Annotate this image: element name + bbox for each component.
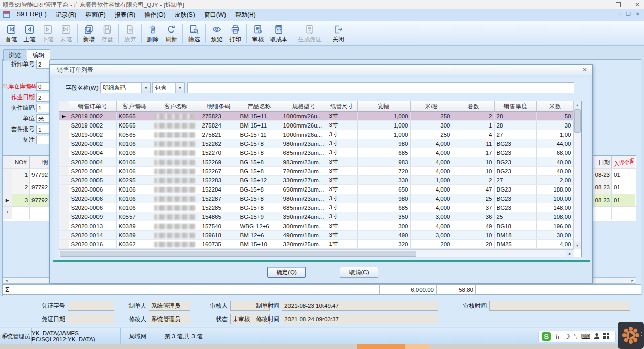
cell-10[interactable]: BG23 (494, 148, 536, 157)
cell-3[interactable]: 157540 (200, 221, 238, 231)
table-row[interactable]: S2020-0002K0106152262BG-15+8980mm/23um..… (59, 139, 573, 148)
cell-2[interactable] (152, 112, 200, 121)
cell-9[interactable]: 10 (453, 157, 494, 167)
cell-10[interactable]: BM25 (494, 240, 536, 249)
cell-10[interactable]: 27 (494, 176, 536, 185)
table-row[interactable]: S2020-0005K0295152283BG-15+12330mm/27um.… (59, 176, 573, 185)
cell-7[interactable]: 1,000 (357, 130, 410, 139)
cell-6[interactable]: 3寸 (327, 212, 357, 221)
cell-11[interactable]: 50 (536, 112, 573, 121)
cell-6[interactable]: 3寸 (327, 203, 357, 212)
cell-7[interactable]: 1,000 (357, 112, 410, 121)
cell-0[interactable]: S2020-0002 (69, 139, 116, 148)
cell-1[interactable]: K0565 (116, 112, 152, 121)
cell-3[interactable]: 152270 (200, 148, 238, 157)
cell-5[interactable]: 720mm/23um... (281, 167, 327, 176)
column-header[interactable]: NO# (12, 156, 30, 168)
cell-10[interactable]: BG23 (494, 157, 536, 167)
cell-8[interactable]: 1,000 (410, 176, 453, 185)
grid-vertical-scrollbar[interactable]: ▲ ▼ (573, 101, 581, 249)
cell-9[interactable]: 36 (453, 212, 494, 221)
cell-6[interactable]: 3寸 (327, 176, 357, 185)
cell-11[interactable]: 40,00 (536, 157, 573, 167)
cell-10[interactable]: 28 (494, 121, 536, 130)
cell-11[interactable]: 2,00 (536, 176, 573, 185)
cell-3[interactable]: 275823 (200, 112, 238, 121)
cell-11[interactable]: 30 (536, 121, 573, 130)
cell-4[interactable]: BG-15+11 (238, 130, 281, 139)
menu-item-7[interactable]: 帮助(H) (231, 9, 261, 21)
cell-1[interactable]: K0106 (116, 185, 152, 194)
cell-7[interactable]: 720 (357, 167, 410, 176)
menu-item-1[interactable]: 记录(R) (51, 9, 81, 21)
cell-warehouse[interactable]: 01 (612, 169, 635, 181)
cell-2[interactable] (152, 231, 200, 240)
table-row[interactable]: ▶S2019-0002K0565275823BM-15+111000mm/26u… (59, 112, 573, 121)
close-icon[interactable]: ✕ (634, 1, 641, 8)
cell-9[interactable]: 10 (453, 231, 494, 240)
cell-5[interactable]: 980mm/23um... (281, 194, 327, 203)
cell-1[interactable]: K0106 (116, 203, 152, 212)
cell-0[interactable]: S2019-0002 (69, 121, 116, 130)
cell-9[interactable]: 1 (453, 121, 494, 130)
cell-6[interactable]: 3寸 (327, 139, 357, 148)
cell-1[interactable]: K0565 (116, 121, 152, 130)
table-row[interactable]: S2020-0009K0557154865BG-15+9350mm/24um..… (59, 212, 573, 221)
cell-0[interactable]: S2020-0004 (69, 148, 116, 157)
cell-4[interactable]: BG-15+8 (238, 139, 281, 148)
cell-2[interactable] (152, 240, 200, 249)
grid-horizontal-scrollbar[interactable]: ► (59, 249, 574, 257)
cell-4[interactable]: BG-15+12 (238, 176, 281, 185)
prev-record-button[interactable]: 上笔 (21, 24, 38, 43)
cell-0[interactable]: S2020-0004 (69, 157, 116, 167)
table-row[interactable]: S2020-0006K0106152287BG-15+8980mm/23um..… (59, 194, 573, 203)
cell-7[interactable]: 650 (357, 185, 410, 194)
cell-2[interactable] (152, 176, 200, 185)
cell-8[interactable]: 4,000 (410, 185, 453, 194)
cell-no[interactable]: 2 (12, 181, 30, 194)
cell-11[interactable]: 4,00 (536, 240, 573, 249)
filter-operator-select[interactable]: 包含 ▼ (152, 82, 185, 93)
cell-4[interactable]: BM-12+6 (238, 231, 281, 240)
column-header-5[interactable]: 规格型号 (281, 101, 327, 112)
cell-1[interactable]: K0565 (116, 130, 152, 139)
dialog-title-bar[interactable]: 销售订单列表 ✕ (50, 65, 592, 75)
cell-2[interactable] (152, 185, 200, 194)
audit-button[interactable]: 审核 (249, 24, 267, 43)
cell-9[interactable]: 17 (453, 148, 494, 157)
scroll-right-icon[interactable]: ► (631, 279, 636, 282)
cell-11[interactable]: 188,00 (536, 185, 573, 194)
mdi-restore-icon[interactable]: ❐ (626, 11, 631, 17)
cell-0[interactable]: S2020-0006 (69, 203, 116, 212)
cell-1[interactable]: K0106 (116, 194, 152, 203)
cell-10[interactable]: BG18 (494, 221, 536, 231)
table-row[interactable]: S2020-0016K0362160735BM-15+10320mm/25um.… (59, 240, 573, 249)
cell-11[interactable]: 108,00 (536, 212, 573, 221)
filter-field-select[interactable]: 明细条码 ▼ (100, 82, 151, 93)
cell-warehouse[interactable] (612, 207, 635, 219)
cell-9[interactable]: 37 (453, 203, 494, 212)
cell-6[interactable]: 3寸 (327, 130, 357, 139)
close-form-button[interactable]: 关闭 (330, 24, 347, 43)
person-icon[interactable] (594, 333, 600, 341)
cell-5[interactable]: 685mm/23um... (281, 203, 327, 212)
cell-5[interactable]: 983mm/23um... (281, 157, 327, 167)
filter-value-input[interactable] (187, 82, 574, 93)
ime-mode-label[interactable]: 五 (554, 332, 561, 341)
cell-4[interactable]: BG-15+8 (238, 157, 281, 167)
cell-1[interactable]: K0106 (116, 139, 152, 148)
cell-no[interactable] (12, 207, 30, 219)
menu-item-4[interactable]: 操作(O) (140, 9, 170, 21)
cell-10[interactable]: BM18 (494, 231, 536, 240)
cell-8[interactable]: 4,000 (410, 203, 453, 212)
grid-icon[interactable] (603, 333, 609, 340)
new-button[interactable]: 新增 (80, 24, 98, 43)
cell-1[interactable]: K0106 (116, 148, 152, 157)
cell-1[interactable]: K0295 (116, 176, 152, 185)
cell-4[interactable]: WBG-12+6 (238, 221, 281, 231)
cell-warehouse[interactable]: 01 (612, 194, 635, 206)
cancel-button[interactable]: 取消(C) (340, 267, 378, 278)
cell-7[interactable]: 980 (357, 139, 410, 148)
cell-6[interactable]: 3寸 (327, 157, 357, 167)
cell-7[interactable]: 330 (357, 176, 410, 185)
